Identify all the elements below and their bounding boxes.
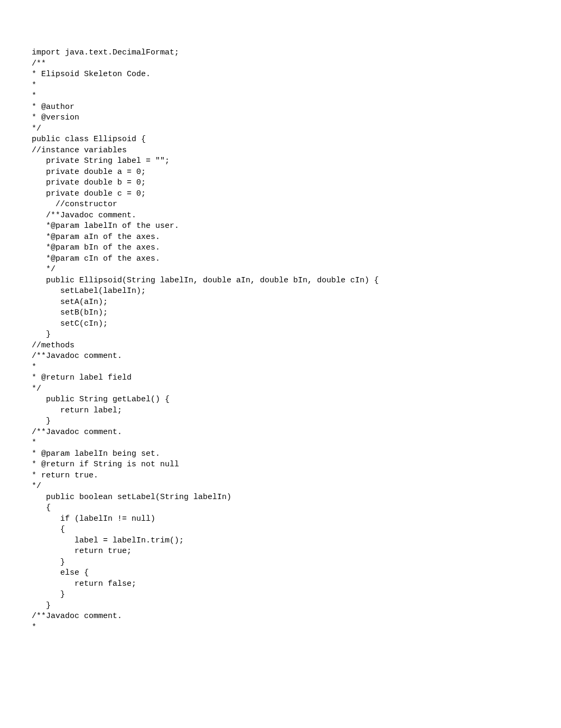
code-line: setB(bIn); [32, 308, 529, 319]
code-line: /**Javadoc comment. [32, 611, 529, 622]
code-line: /** [32, 59, 529, 70]
code-block: import java.text.DecimalFormat;/*** Elip… [32, 48, 529, 633]
code-line: } [32, 557, 529, 568]
code-line: */ [32, 481, 529, 492]
code-line: public String getLabel() { [32, 394, 529, 406]
code-line: setC(cIn); [32, 319, 529, 330]
code-line: *@param labelIn of the user. [32, 221, 529, 232]
code-line: } [32, 601, 529, 612]
code-line: public class Ellipsoid { [32, 134, 529, 145]
code-line: *@param cIn of the axes. [32, 254, 529, 265]
code-line: * [32, 91, 529, 102]
code-line: { [32, 524, 529, 536]
code-line: return label; [32, 406, 529, 417]
code-line: *@param aIn of the axes. [32, 232, 529, 243]
code-line: public boolean setLabel(String labelIn) [32, 492, 529, 503]
code-line: } [32, 589, 529, 601]
code-line: label = labelIn.trim(); [32, 536, 529, 547]
code-line: private String label = ""; [32, 156, 529, 167]
code-line: setA(aIn); [32, 297, 529, 308]
code-line: //instance variables [32, 145, 529, 156]
code-line: private double b = 0; [32, 178, 529, 189]
code-line: import java.text.DecimalFormat; [32, 48, 529, 59]
code-line: /**Javadoc comment. [32, 427, 529, 438]
code-line: * Elipsoid Skeleton Code. [32, 69, 529, 80]
code-line: } [32, 416, 529, 427]
code-line: setLabel(labelIn); [32, 286, 529, 297]
code-line: * return true. [32, 471, 529, 482]
code-line: */ [32, 124, 529, 135]
code-line: * @version [32, 113, 529, 124]
code-line: * [32, 362, 529, 373]
code-line: /**Javadoc comment. [32, 210, 529, 222]
code-line: { [32, 503, 529, 514]
code-line: * @param labelIn being set. [32, 449, 529, 460]
code-line: * @author [32, 102, 529, 113]
code-line: private double a = 0; [32, 167, 529, 178]
code-line: * [32, 438, 529, 449]
code-line: if (labelIn != null) [32, 514, 529, 525]
code-line: * [32, 622, 529, 633]
code-line: * [32, 80, 529, 91]
code-line: */ [32, 264, 529, 275]
code-line: /**Javadoc comment. [32, 351, 529, 362]
code-line: * @return if String is not null [32, 459, 529, 471]
code-line: //constructor [32, 199, 529, 210]
code-line: return true; [32, 546, 529, 557]
code-line: private double c = 0; [32, 189, 529, 200]
code-line: public Ellipsoid(String labelIn, double … [32, 275, 529, 287]
code-line: return false; [32, 579, 529, 590]
code-line: //methods [32, 340, 529, 352]
code-line: */ [32, 384, 529, 395]
code-page: import java.text.DecimalFormat;/*** Elip… [0, 0, 561, 665]
code-line: } [32, 329, 529, 340]
code-line: *@param bIn of the axes. [32, 243, 529, 254]
code-line: * @return label field [32, 373, 529, 384]
code-line: else { [32, 568, 529, 579]
